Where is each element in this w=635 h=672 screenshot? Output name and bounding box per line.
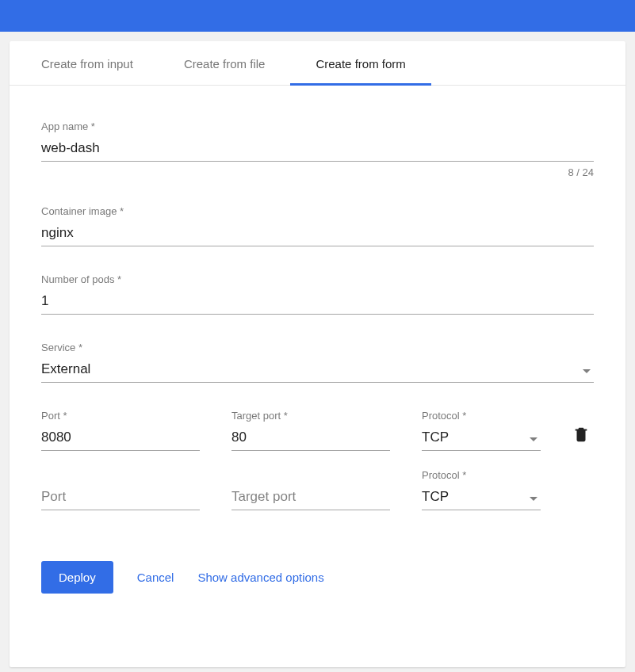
tab-create-from-file[interactable]: Create from file [159,41,291,85]
port-col-empty [41,486,200,510]
create-form: App name * 8 / 24 Container image * Numb… [10,86,625,616]
show-advanced-button[interactable]: Show advanced options [197,571,323,584]
target-port-input-empty[interactable] [231,486,390,510]
protocol-col-2: Protocol * [422,487,541,510]
port-col: Port * [41,410,200,451]
trash-icon[interactable] [572,426,590,443]
tab-create-from-form[interactable]: Create from form [290,41,430,85]
service-label: Service * [41,342,594,353]
service-select[interactable] [41,358,594,383]
target-port-col-empty [231,486,390,510]
protocol-label-2: Protocol * [422,469,541,481]
target-port-col: Target port * [231,410,390,451]
target-port-input[interactable] [231,426,390,451]
app-name-counter: 8 / 24 [41,166,594,178]
app-name-label: App name * [41,120,594,132]
port-input-empty[interactable] [41,486,200,510]
port-input[interactable] [41,426,200,451]
actions-row: Deploy Cancel Show advanced options [41,561,594,594]
protocol-select[interactable] [422,426,541,451]
port-row-1: Port * Target port * Protocol * [41,410,594,451]
protocol-select-2[interactable] [422,486,541,510]
app-name-input[interactable] [41,137,594,162]
create-card: Create from input Create from file Creat… [10,41,625,667]
app-name-field: App name * 8 / 24 [41,120,594,178]
pods-field: Number of pods * [41,273,594,315]
port-row-2: Protocol * [41,486,594,510]
pods-label: Number of pods * [41,273,594,285]
tab-create-from-input[interactable]: Create from input [16,41,159,85]
service-field: Service * [41,342,594,383]
port-label: Port * [41,410,200,422]
target-port-label: Target port * [231,410,390,422]
container-image-field: Container image * [41,205,594,246]
container-image-label: Container image * [41,205,594,217]
protocol-label: Protocol * [422,410,541,422]
container-image-input[interactable] [41,222,594,246]
pods-input[interactable] [41,290,594,315]
top-bar [0,0,635,32]
cancel-button[interactable]: Cancel [137,571,174,584]
protocol-col: Protocol * [422,410,541,451]
deploy-button[interactable]: Deploy [41,561,113,594]
tabs: Create from input Create from file Creat… [10,41,625,86]
